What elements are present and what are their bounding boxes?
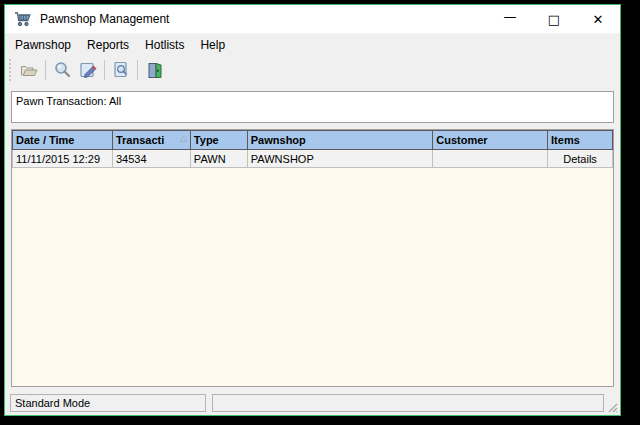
preview-button[interactable] <box>108 58 134 82</box>
edit-button[interactable] <box>75 58 101 82</box>
col-header-date-time[interactable]: Date / Time <box>13 131 113 150</box>
maximize-button[interactable]: □ <box>532 5 576 33</box>
col-header-pawnshop[interactable]: Pawnshop <box>247 131 433 150</box>
minimize-icon: — <box>504 9 517 24</box>
edit-icon <box>79 61 97 79</box>
resize-grip[interactable] <box>607 402 618 413</box>
status-secondary-panel <box>212 394 604 412</box>
close-button[interactable]: ✕ <box>576 5 620 33</box>
menu-pawnshop[interactable]: Pawnshop <box>7 35 79 55</box>
status-mode-text: Standard Mode <box>15 397 90 409</box>
cell-items-details-button[interactable]: Details <box>548 150 613 168</box>
exit-door-icon <box>146 62 163 79</box>
sort-asc-icon: △ <box>180 134 187 143</box>
menu-hotlists[interactable]: Hotlists <box>137 35 192 55</box>
toolbar-separator <box>104 60 105 80</box>
open-folder-icon <box>20 62 39 78</box>
table-row[interactable]: 11/11/2015 12:29 34534 PAWN PAWNSHOP Det… <box>13 150 613 168</box>
toolbar <box>5 55 620 85</box>
content-area: Pawn Transaction: All Date / Time Transa… <box>5 85 620 391</box>
filter-text: Pawn Transaction: All <box>16 95 121 107</box>
search-button[interactable] <box>49 58 75 82</box>
menu-help[interactable]: Help <box>192 35 233 55</box>
transactions-table: Date / Time Transacti △ Type Pawnshop Cu… <box>12 130 613 168</box>
title-bar[interactable]: Pawnshop Management — □ ✕ <box>5 5 620 33</box>
maximize-icon: □ <box>548 12 560 27</box>
preview-document-icon <box>112 61 130 79</box>
cell-customer[interactable] <box>433 150 548 168</box>
open-button[interactable] <box>16 58 42 82</box>
status-mode-panel: Standard Mode <box>10 394 206 412</box>
header-row: Date / Time Transacti △ Type Pawnshop Cu… <box>13 131 613 150</box>
toolbar-gripper[interactable] <box>8 59 13 81</box>
cell-pawnshop[interactable]: PAWNSHOP <box>247 150 433 168</box>
search-icon <box>53 61 71 79</box>
toolbar-separator <box>137 60 138 80</box>
exit-button[interactable] <box>141 58 167 82</box>
screenshot-frame: Pawnshop Management — □ ✕ Pawnshop Repor… <box>0 0 640 425</box>
cell-transaction[interactable]: 34534 <box>112 150 190 168</box>
col-header-customer[interactable]: Customer <box>433 131 548 150</box>
col-header-type[interactable]: Type <box>190 131 247 150</box>
col-header-transaction[interactable]: Transacti △ <box>112 131 190 150</box>
menu-reports[interactable]: Reports <box>79 35 137 55</box>
filter-panel: Pawn Transaction: All <box>11 91 614 123</box>
menu-bar: Pawnshop Reports Hotlists Help <box>5 33 620 55</box>
shopping-cart-icon <box>14 11 32 27</box>
status-bar: Standard Mode <box>5 391 620 415</box>
toolbar-separator <box>45 60 46 80</box>
cell-type[interactable]: PAWN <box>190 150 247 168</box>
app-window: Pawnshop Management — □ ✕ Pawnshop Repor… <box>4 4 621 416</box>
window-title: Pawnshop Management <box>40 12 169 26</box>
close-icon: ✕ <box>593 12 604 27</box>
col-header-items[interactable]: Items <box>548 131 613 150</box>
transactions-grid[interactable]: Date / Time Transacti △ Type Pawnshop Cu… <box>11 129 614 387</box>
cell-date-time[interactable]: 11/11/2015 12:29 <box>13 150 113 168</box>
minimize-button[interactable]: — <box>488 5 532 33</box>
